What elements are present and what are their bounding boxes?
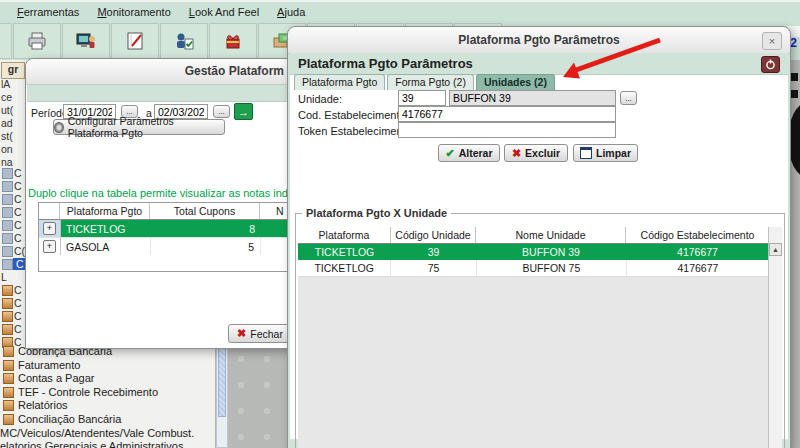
expander-column-header	[39, 203, 60, 219]
sidebar-item-faturamento[interactable]: Faturamento	[3, 359, 80, 371]
sidebar-fragment[interactable]: lA	[1, 78, 10, 90]
sidebar-item-label: MC/Veiculos/Atendentes/Vale Combust.	[0, 427, 194, 439]
configurar-parametros-button[interactable]: Configurar Parâmetros Plataforma Pgto	[53, 119, 225, 135]
sidebar-fragment[interactable]: C	[14, 167, 22, 179]
person-check-icon[interactable]	[160, 23, 208, 59]
tab-forma-pgto[interactable]: Forma Pgto (2)	[387, 74, 474, 90]
workstation-icon[interactable]	[62, 23, 110, 59]
close-icon[interactable]: ×	[762, 32, 782, 50]
scroll-up-icon[interactable]: ▲	[769, 243, 782, 256]
cell-total-cupons: 5	[151, 238, 261, 255]
expand-button[interactable]: +	[43, 240, 56, 253]
cod-estabelecimento-input[interactable]	[398, 106, 616, 122]
sidebar-item-relatorios-gerenciais[interactable]: elatorios Gerenciais e Administrativos	[0, 440, 183, 448]
table-row-selected[interactable]: TICKETLOG 39 BUFFON 39 4176677	[298, 244, 769, 260]
close-glyph: ×	[769, 35, 775, 47]
menu-ajuda[interactable]: Ajuda	[268, 4, 314, 20]
sidebar-item-relatorios[interactable]: Relatórios	[3, 399, 68, 411]
sidebar-item-label: Faturamento	[18, 359, 80, 371]
limpar-label: Limpar	[596, 147, 631, 159]
unidade-browse-button[interactable]: ...	[620, 91, 637, 105]
scrollbar-thumb[interactable]	[218, 339, 226, 417]
menu-look-and-feel[interactable]: Look And Feel	[180, 4, 268, 20]
expand-button[interactable]: +	[43, 222, 56, 235]
folder-icon	[2, 259, 13, 270]
sidebar-fragment[interactable]: ce	[1, 91, 12, 103]
sidebar-fragment[interactable]: C	[14, 297, 22, 309]
sidebar-fragment[interactable]: L	[1, 271, 7, 283]
go-button[interactable]: →	[234, 103, 253, 120]
occluded-logo-fragment	[790, 73, 798, 81]
folder-icon	[2, 285, 13, 296]
dialog-titlebar[interactable]: Plataforma Pgto Parâmetros ×	[288, 27, 790, 54]
sidebar-fragment[interactable]: C(	[14, 245, 25, 257]
dialog-body: Plataforma Pgto Parâmetros Plataforma Pg…	[290, 53, 788, 439]
window-icon	[580, 147, 592, 159]
sidebar-item-conciliacao[interactable]: Conciliação Bancária	[3, 413, 121, 425]
sidebar-item-contas-a-pagar[interactable]: Contas a Pagar	[3, 372, 94, 384]
folder-icon	[3, 400, 14, 411]
unidade-code-input[interactable]	[398, 90, 446, 106]
sidebar-fragment[interactable]: ad	[1, 117, 13, 129]
limpar-button[interactable]: Limpar	[573, 144, 638, 162]
folder-icon	[3, 346, 14, 357]
sidebar-fragment[interactable]: C	[14, 193, 22, 205]
cell-nome-unidade: BUFFON 75	[477, 260, 627, 276]
sidebar-item-label: Conciliação Bancária	[18, 413, 121, 425]
excluir-label: Excluir	[525, 147, 560, 159]
occluded-logo-fragment	[790, 90, 798, 98]
row-expander-cell: +	[39, 238, 61, 255]
sidebar-fragment[interactable]: C	[14, 180, 22, 192]
sidebar-fragment[interactable]: na	[1, 156, 13, 168]
sidebar-fragment[interactable]: C	[14, 284, 22, 296]
table-row[interactable]: TICKETLOG 75 BUFFON 75 4176677	[298, 260, 769, 277]
menu-ferramentas[interactable]: Ferramentas	[8, 4, 88, 20]
sidebar-fragment[interactable]: gr	[1, 62, 25, 79]
token-estabelecimento-input[interactable]	[398, 122, 616, 138]
check-icon: ✔	[445, 147, 454, 160]
unidade-label: Unidade:	[298, 93, 342, 105]
configurar-label: Configurar Parâmetros Plataforma Pgto	[68, 115, 224, 139]
alterar-button[interactable]: ✔ Alterar	[438, 144, 500, 162]
folder-icon	[2, 246, 13, 257]
column-header: Nome Unidade	[476, 227, 626, 243]
column-header: Código Estabelecimento	[626, 227, 769, 243]
folder-icon	[2, 220, 13, 231]
browse-dots: ...	[625, 94, 632, 103]
sidebar-fragment[interactable]: C	[14, 206, 22, 218]
sidebar-item-tef[interactable]: TEF - Controle Recebimento	[3, 386, 158, 398]
folder-icon	[2, 168, 13, 179]
cod-estabelecimento-label: Cod. Estabelecimento:	[298, 109, 409, 121]
sidebar-fragment[interactable]: C	[14, 219, 22, 231]
dialog-window-title: Plataforma Pgto Parâmetros	[288, 27, 790, 53]
folder-icon	[3, 360, 14, 371]
sidebar-fragment[interactable]: st(	[1, 130, 13, 142]
folder-icon	[2, 324, 13, 335]
clock-icon[interactable]	[0, 23, 12, 59]
sidebar-fragment[interactable]: C	[14, 310, 22, 322]
sidebar-fragment[interactable]: C	[14, 323, 22, 335]
tab-unidades[interactable]: Unidades (2)	[476, 74, 555, 90]
cell-plataforma: TICKETLOG	[298, 260, 391, 276]
double-click-hint: Duplo clique na tabela permite visualiza…	[28, 187, 288, 199]
printer-icon[interactable]	[13, 23, 61, 59]
sidebar-fragment[interactable]: C	[14, 232, 22, 244]
folder-icon	[2, 311, 13, 322]
table-scrollbar[interactable]: ▲ ▼	[768, 227, 782, 448]
sidebar-fragment[interactable]: ut(	[1, 104, 13, 116]
folder-icon	[2, 233, 13, 244]
gift-icon[interactable]	[209, 23, 257, 59]
excluir-button[interactable]: ✖ Excluir	[504, 144, 568, 162]
menu-monitoramento[interactable]: Monitoramento	[88, 4, 179, 20]
folder-icon	[3, 414, 14, 425]
x-icon: ✖	[512, 147, 521, 160]
sidebar-fragment[interactable]: on	[1, 143, 13, 155]
cell-codigo-estabelecimento: 4176677	[627, 260, 769, 276]
fechar-button[interactable]: ✖ Fechar	[228, 324, 292, 343]
tab-plataforma-pgto[interactable]: Plataforma Pgto	[294, 74, 385, 90]
folder-icon	[2, 298, 13, 309]
power-icon[interactable]	[761, 56, 780, 73]
folder-icon	[2, 207, 13, 218]
sidebar-item-mc-veiculos[interactable]: MC/Veiculos/Atendentes/Vale Combust.	[0, 427, 194, 439]
notepad-icon[interactable]	[111, 23, 159, 59]
